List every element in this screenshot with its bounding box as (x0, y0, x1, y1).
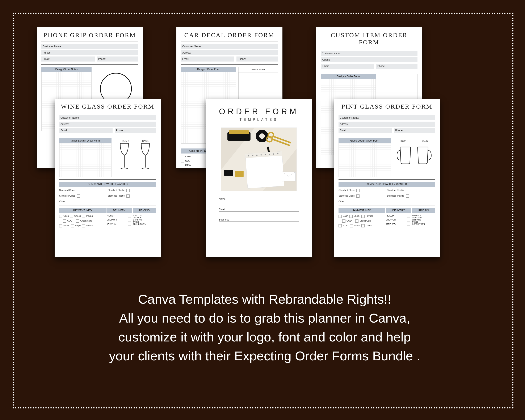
checkbox (63, 219, 66, 223)
etsy-label: ETSY (185, 164, 191, 167)
sketch-idea-header: Sketch / Idea (238, 67, 278, 72)
credit-label: Credit Card (359, 219, 371, 222)
email-field: Email: (181, 56, 234, 62)
other-pay-label: OTHER (366, 225, 372, 227)
grand-total-label: GRAND TOTAL (412, 223, 435, 225)
checkbox (406, 189, 409, 192)
phone-field: Phone: (236, 56, 278, 62)
std-plastic-label: Standard Plastic (108, 189, 124, 191)
svg-rect-2 (229, 130, 249, 134)
stemless-glass-label: Stemless Glass (59, 195, 75, 197)
subtotal-label: SUBTOTAL (133, 215, 156, 217)
checkbox (82, 224, 85, 227)
customer-name-field: Customer Name: (59, 115, 156, 120)
checkbox (181, 160, 184, 163)
order-form-cover-card: ORDER FORM TEMPLATES (206, 99, 312, 257)
checkbox (181, 164, 184, 167)
checkbox (361, 215, 365, 218)
design-order-header: Design / Order Form (321, 74, 376, 79)
design-notes-header: Design/Order Notes (41, 67, 92, 72)
checkbox (59, 215, 62, 218)
std-glass-label: Standard Glass (338, 189, 355, 191)
svg-rect-9 (224, 170, 233, 176)
std-glass-label: Standard Glass (59, 189, 75, 191)
stripe-label: Stripe (75, 224, 81, 227)
shipping-label: SHIPPING (386, 223, 396, 225)
design-order-header: Design / Order Form (181, 67, 236, 72)
marketing-text: Canva Templates with Rebrandable Rights!… (38, 290, 491, 365)
checkbox (356, 195, 359, 198)
paypal-label: Paypal (366, 215, 373, 217)
address-field: Adress: (59, 121, 156, 127)
cash-label: Cash (63, 215, 69, 217)
checkbox (126, 195, 130, 198)
customer-name-field: Customer Name: (338, 115, 435, 120)
checkbox (407, 223, 410, 226)
taxes-label: TAXES (133, 221, 156, 223)
shipping-price-label: SHIPPING (133, 219, 156, 221)
cover-title: ORDER FORM (210, 107, 307, 116)
checkbox (126, 189, 130, 192)
stemless-glass-label: Stemless Glass (338, 195, 355, 197)
stemless-plastic-label: Stemless Plastic (108, 195, 125, 197)
paypal-label: Paypal (86, 215, 94, 217)
checkbox (70, 215, 73, 218)
pint-glass-title: PINT GLASS ORDER FORM (338, 103, 435, 110)
email-field: Email: (41, 56, 95, 62)
car-decal-title: CAR DECAL ORDER FORM (181, 31, 278, 39)
checkbox (342, 219, 346, 223)
glass-design-header: Glass Design Order Form (338, 138, 391, 143)
address-field: Adress: (338, 121, 435, 127)
checkbox (356, 189, 359, 192)
promo-image: PHONE GRIP ORDER FORM Customer Name: Adr… (0, 0, 525, 420)
cover-name-line (219, 201, 299, 201)
cod-label: COD (347, 219, 352, 222)
pickup-label: PICKUP (386, 215, 394, 217)
customer-name-field: Customer Name: (181, 44, 278, 49)
glass-design-header: Glass Design Order Form (59, 138, 112, 143)
phone-field: Phone: (394, 128, 435, 133)
phone-field: Phone: (97, 56, 138, 62)
email-field: Email: (338, 128, 392, 133)
subtotal-label: SUBTOTAL (412, 215, 435, 217)
checkbox (407, 215, 410, 218)
checkbox (338, 215, 342, 218)
pricing-header: PRICING (412, 208, 435, 213)
marketing-line-4: your clients with their Expecting Order … (38, 346, 491, 365)
glass-how-header: GLASS AND HOW THEY WANTED (338, 182, 435, 187)
taxes-label: TAXES (412, 221, 435, 223)
checkbox (77, 195, 80, 198)
wine-glass-front-icon (117, 142, 132, 172)
marketing-line-2: All you need to do is to grab this plann… (38, 309, 491, 328)
cover-photo (221, 128, 297, 191)
marketing-line-1: Canva Templates with Rebrandable Rights!… (38, 290, 491, 309)
customer-name-field: Customer Name: (321, 51, 417, 56)
cover-email-line (219, 211, 299, 212)
cover-subtitle: TEMPLATES (210, 118, 307, 121)
address-field: Adress: (41, 50, 138, 55)
checkbox (181, 155, 184, 158)
svg-point-4 (259, 133, 265, 139)
grand-total-label: GRAND TOTAL (133, 223, 156, 225)
phone-field: Phone: (115, 128, 156, 133)
checkbox (407, 219, 410, 222)
delivery-header: DELIVERY (106, 208, 132, 213)
email-field: Email: (59, 128, 112, 133)
other-pay-label: OTHER (86, 225, 93, 227)
other-label: Other (338, 200, 344, 203)
checkbox (406, 195, 409, 198)
checkbox (76, 219, 79, 223)
checkbox (128, 223, 131, 226)
cod-label: COD (67, 219, 72, 222)
check-label: Check (74, 215, 81, 217)
customer-name-field: Customer Name: (41, 44, 138, 49)
checkbox (71, 224, 74, 227)
front-label: FRONT: (400, 140, 408, 142)
credit-label: Credit Card (80, 219, 92, 222)
address-field: Adress: (321, 57, 417, 62)
shipping-label: SHIPPING (106, 223, 117, 225)
front-label: FRONT: (121, 140, 129, 142)
checkbox (82, 215, 85, 218)
pint-glass-back-icon (415, 144, 432, 167)
checkbox (128, 219, 131, 222)
